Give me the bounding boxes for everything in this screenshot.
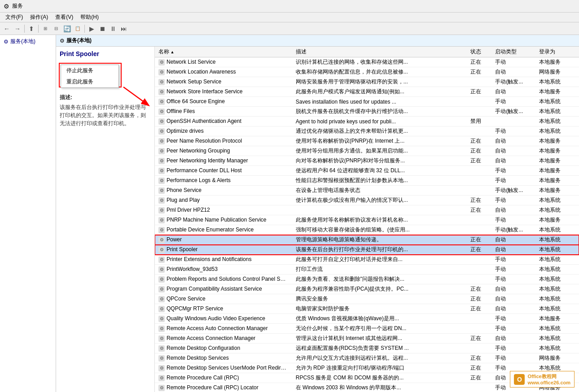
context-menu-restart[interactable]: 重启此服务 <box>61 76 118 87</box>
table-row[interactable]: ⚙Pml Driver HPZ12正在自动本地系统 <box>155 205 579 215</box>
service-name-cell: ⚙Phone Service <box>155 186 292 196</box>
table-row[interactable]: ⚙Performance Logs & Alerts性能日志和警报根据预配置的计… <box>155 176 579 186</box>
service-name-cell: ⚙Network Setup Service <box>155 77 292 87</box>
table-row[interactable]: ⚙QQPCMgr RTP Service电脑管家实时防护服务正在自动本地系统 <box>155 304 579 314</box>
col-header-start[interactable]: 启动类型 <box>491 47 535 57</box>
service-login-cell: 本地系统 <box>535 304 579 314</box>
table-row[interactable]: ⚙Plug and Play使计算机在极少或没有用户输入的情况下即认...正在手… <box>155 196 579 205</box>
toolbar-stop[interactable]: ⏹ <box>97 24 107 34</box>
col-header-name[interactable]: 名称 <box>155 47 292 57</box>
table-row[interactable]: ⚙Network Location Awareness收集和存储网络的配置信息，… <box>155 67 579 77</box>
menu-file[interactable]: 文件(F) <box>2 13 26 22</box>
table-row[interactable]: ⚙Print Spooler该服务在后台执行打印作业并处理与打印机的...正在自… <box>155 245 579 255</box>
service-status-cell <box>467 126 492 136</box>
context-menu-stop[interactable]: 停止此服务 <box>61 65 118 76</box>
service-start-cell: 自动 <box>491 146 535 156</box>
table-row[interactable]: ⚙PNRP Machine Name Publication Service此服… <box>155 215 579 225</box>
service-name-cell: ⚙QQPCMgr RTP Service <box>155 304 292 314</box>
service-login-cell: 本地服务 <box>535 57 579 67</box>
table-row[interactable]: ⚙Network Store Interface Service此服务向用户模式… <box>155 87 579 97</box>
service-table: 名称 描述 状态 启动类型 登录为 ⚙Network List Service识… <box>155 47 579 392</box>
service-name-cell: ⚙Network Location Awareness <box>155 67 292 77</box>
service-status-cell <box>467 107 492 117</box>
menu-bar: 文件(F) 操作(A) 查看(V) 帮助(H) <box>0 13 579 22</box>
table-row[interactable]: ⚙Phone Service在设备上管理电话服务状态手动(触发...本地服务 <box>155 186 579 196</box>
table-row[interactable]: ⚙Offline Files脱机文件服务在脱机文件缓存中执行维护活动...手动(… <box>155 107 579 117</box>
service-login-cell: 本地服务 <box>535 314 579 324</box>
service-login-cell: 本地系统 <box>535 334 579 344</box>
table-row[interactable]: ⚙Peer Name Resolution Protocol使用对等名称解析协议… <box>155 136 579 146</box>
toolbar-export[interactable]: 📋 <box>73 24 83 34</box>
table-row[interactable]: ⚙OpenSSH Authentication AgentAgent to ho… <box>155 117 579 126</box>
toolbar-refresh[interactable]: 🔄 <box>62 24 72 34</box>
service-desc-cell: 使远程用户和 64 位进程能够查询 32 位 DLL... <box>292 166 467 176</box>
service-login-cell: 本地服务 <box>535 146 579 156</box>
service-login-cell: 本地服务 <box>535 156 579 166</box>
tree-item-services[interactable]: ⚙ 服务(本地) <box>2 37 54 46</box>
table-row[interactable]: ⚙Office 64 Source EngineSaves installati… <box>155 97 579 107</box>
toolbar-start[interactable]: ▶ <box>87 24 96 34</box>
service-status-cell <box>467 186 492 196</box>
toolbar-restart[interactable]: ⏭ <box>119 24 129 34</box>
col-header-desc[interactable]: 描述 <box>292 47 467 57</box>
service-selected-title: Print Spooler <box>60 50 151 57</box>
right-panel: ⚙ 服务(本地) Print Spooler 停止此服务 重启此服务 <box>56 35 579 392</box>
service-name-cell: ⚙Remote Desktop Services <box>155 353 292 363</box>
service-desc-cell: 打印工作流 <box>292 265 467 274</box>
table-row[interactable]: ⚙Remote Desktop Services允许用户以交互方式连接到远程计算… <box>155 353 579 363</box>
menu-view[interactable]: 查看(V) <box>52 13 77 22</box>
menu-action[interactable]: 操作(A) <box>26 13 52 22</box>
service-list-panel[interactable]: 名称 描述 状态 启动类型 登录为 ⚙Network List Service识… <box>155 47 579 392</box>
col-header-status[interactable]: 状态 <box>467 47 492 57</box>
col-header-login[interactable]: 登录为 <box>535 47 579 57</box>
service-start-cell: 手动 <box>491 314 535 324</box>
table-row[interactable]: ⚙Optimize drives通过优化存储驱动器上的文件来帮助计算机更...手… <box>155 126 579 136</box>
table-row[interactable]: ⚙Problem Reports and Solutions Control P… <box>155 274 579 284</box>
table-row[interactable]: ⚙Peer Networking Grouping使用对等分组用用多方通信。如果… <box>155 146 579 156</box>
left-panel: ⚙ 服务(本地) <box>0 35 56 392</box>
service-login-cell: 本地系统 <box>535 126 579 136</box>
service-desc-cell: 允许用户以交互方式连接到远程计算机。远程... <box>292 353 467 363</box>
table-row[interactable]: ⚙Remote Access Auto Connection Manager无论… <box>155 324 579 334</box>
table-row[interactable]: ⚙Power管理电源策略和电源策略通知传递。正在自动本地系统 <box>155 235 579 245</box>
toolbar-back[interactable]: ← <box>2 24 12 34</box>
toolbar-show-hide[interactable]: ⊞ <box>40 24 50 34</box>
service-login-cell: 本地服务 <box>535 176 579 186</box>
service-desc-cell: 使用对等名称解析协议(PNRP)在 Internet 上... <box>292 136 467 146</box>
table-row[interactable]: ⚙Performance Counter DLL Host使远程用户和 64 位… <box>155 166 579 176</box>
service-name-cell: ⚙Remote Procedure Call (RPC) <box>155 373 292 383</box>
service-desc-cell: 管理从这台计算机到 Internet 或其他远程网... <box>292 334 467 344</box>
table-row[interactable]: ⚙QPCore Service腾讯安全服务正在自动本地系统 <box>155 294 579 304</box>
service-status-cell <box>467 225 492 235</box>
table-row[interactable]: ⚙Network List Service识别计算机已连接的网络，收集和存储这些… <box>155 57 579 67</box>
menu-help[interactable]: 帮助(H) <box>77 13 102 22</box>
table-row[interactable]: ⚙Remote Access Connection Manager管理从这台计算… <box>155 334 579 344</box>
table-header: 名称 描述 状态 启动类型 登录为 <box>155 47 579 57</box>
toolbar-forward[interactable]: → <box>13 24 22 34</box>
table-row[interactable]: ⚙Quality Windows Audio Video Experience优… <box>155 314 579 324</box>
service-start-cell: 自动 <box>491 294 535 304</box>
service-desc-cell: 此服务为查看、发送和删除"问题报告和解决... <box>292 274 467 284</box>
toolbar-pause[interactable]: ⏸ <box>108 24 118 34</box>
service-status-cell: 正在 <box>467 205 492 215</box>
toolbar-properties[interactable]: ⊟ <box>51 24 61 34</box>
toolbar-up[interactable]: ⬆ <box>26 24 36 34</box>
table-row[interactable]: ⚙Peer Networking Identity Manager向对等名称解析… <box>155 156 579 166</box>
service-desc-cell: 此服务使用对等名称解析协议发布计算机名称... <box>292 215 467 225</box>
service-desc-cell: 通过优化存储驱动器上的文件来帮助计算机更... <box>292 126 467 136</box>
table-row[interactable]: ⚙Remote Desktop Configuration远程桌面配置服务(RD… <box>155 344 579 353</box>
service-login-cell: 本地服务 <box>535 186 579 196</box>
service-desc-cell: 强制可移动大容量存储设备的组策略。(使应用... <box>292 225 467 235</box>
service-login-cell: 本地服务 <box>535 87 579 97</box>
table-row[interactable]: ⚙Program Compatibility Assistant Service… <box>155 284 579 294</box>
service-status-cell: 正在 <box>467 284 492 294</box>
service-status-cell: 正在 <box>467 57 492 67</box>
service-start-cell: 手动 <box>491 215 535 225</box>
table-row[interactable]: ⚙Printer Extensions and Notifications此服务… <box>155 255 579 265</box>
table-row[interactable]: ⚙Portable Device Enumerator Service强制可移动… <box>155 225 579 235</box>
table-row[interactable]: ⚙PrintWorkflow_93d53打印工作流手动本地系统 <box>155 265 579 274</box>
service-start-cell: 自动 <box>491 235 535 245</box>
service-desc-cell: 收集和存储网络的配置信息，并在此信息被修... <box>292 67 467 77</box>
table-row[interactable]: ⚙Network Setup Service网络安装服务用于管理网络驱动程序的安… <box>155 77 579 87</box>
service-login-cell: 本地系统 <box>535 235 579 245</box>
